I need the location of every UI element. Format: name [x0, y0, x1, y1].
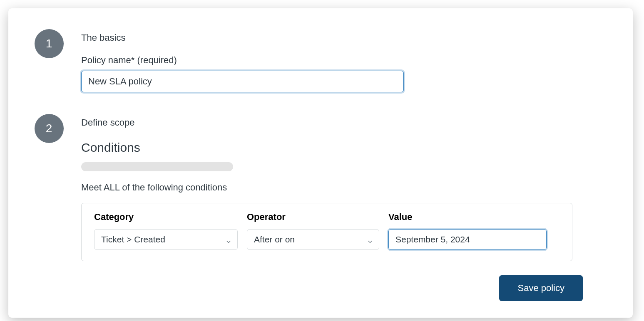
condition-operator-column: Operator After or on — [247, 212, 379, 250]
step-connector-line-1 — [49, 62, 49, 101]
chevron-down-icon — [367, 237, 373, 242]
step-define-scope: 2 Define scope Conditions Meet ALL of th… — [33, 114, 608, 261]
step-indicator-2: 2 — [33, 114, 65, 261]
operator-select-value: After or on — [254, 235, 295, 244]
chevron-down-icon — [226, 237, 231, 242]
step-connector-line-2 — [49, 146, 49, 258]
policy-name-label: Policy name* (required) — [81, 55, 608, 66]
policy-form-panel: 1 The basics Policy name* (required) 2 D… — [8, 8, 633, 318]
operator-label: Operator — [247, 212, 379, 222]
step-title-basics: The basics — [81, 32, 608, 43]
step-indicator-1: 1 — [33, 29, 65, 104]
placeholder-bar — [81, 162, 233, 171]
policy-name-input[interactable] — [81, 71, 404, 92]
value-date-input[interactable] — [388, 229, 547, 250]
conditions-intro-text: Meet ALL of the following conditions — [81, 182, 608, 193]
category-select[interactable]: Ticket > Created — [94, 229, 238, 250]
condition-row: Category Ticket > Created Operator After… — [81, 203, 572, 261]
step-number-1: 1 — [35, 29, 64, 58]
condition-category-column: Category Ticket > Created — [94, 212, 238, 250]
save-policy-button[interactable]: Save policy — [499, 275, 583, 301]
step-body-2: Define scope Conditions Meet ALL of the … — [65, 114, 608, 261]
step-basics: 1 The basics Policy name* (required) — [33, 29, 608, 104]
operator-select[interactable]: After or on — [247, 229, 379, 250]
conditions-heading: Conditions — [81, 141, 608, 155]
category-select-value: Ticket > Created — [101, 235, 165, 244]
actions-bar: Save policy — [33, 261, 608, 301]
category-label: Category — [94, 212, 238, 222]
value-label: Value — [388, 212, 547, 222]
step-title-scope: Define scope — [81, 117, 608, 128]
condition-value-column: Value — [388, 212, 547, 250]
step-number-2: 2 — [35, 114, 64, 143]
step-body-1: The basics Policy name* (required) — [65, 29, 608, 92]
